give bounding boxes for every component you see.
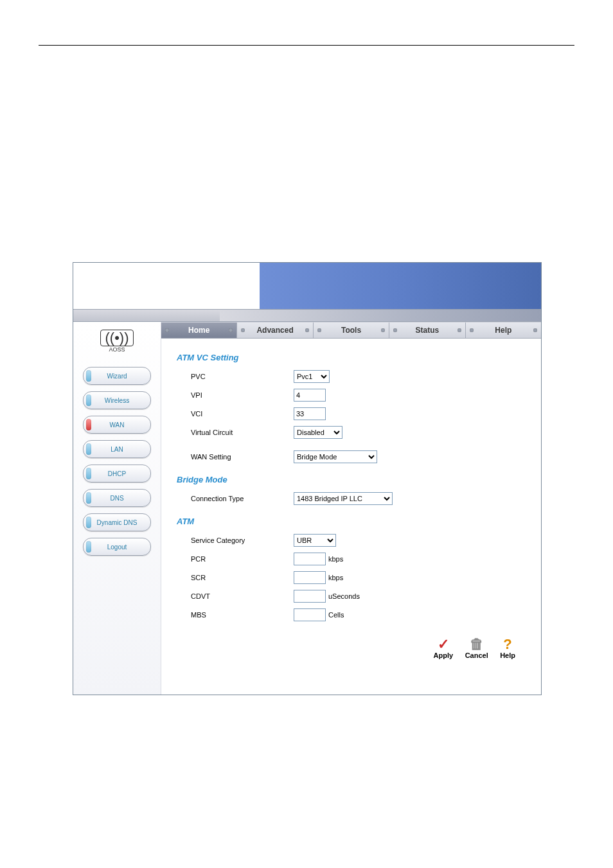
cancel-label: Cancel <box>465 651 488 659</box>
label-pcr: PCR <box>191 555 294 563</box>
select-virtual-circuit[interactable]: Disabled <box>294 426 342 439</box>
sidebar-item-label: Wizard <box>107 373 127 380</box>
help-label: Help <box>500 651 515 659</box>
label-connection-type: Connection Type <box>191 495 294 502</box>
checkmark-icon: ✓ <box>434 637 454 651</box>
sidebar-item-label: Logout <box>107 544 127 551</box>
tabbar: Home Advanced Tools Status Help <box>161 322 541 339</box>
sidebar-item-dhcp[interactable]: DHCP <box>83 465 151 483</box>
unit-pcr: kbps <box>328 555 343 563</box>
section-atm-vc-setting: ATM VC Setting <box>177 353 526 362</box>
sidebar-item-wizard[interactable]: Wizard <box>83 367 151 385</box>
input-cdvt[interactable] <box>294 590 326 603</box>
section-atm: ATM <box>177 517 526 526</box>
select-pvc[interactable]: Pvc1 <box>294 370 330 383</box>
action-bar: ✓ Apply 🗑 Cancel ? Help <box>161 633 541 666</box>
label-vpi: VPI <box>191 391 294 399</box>
apply-label: Apply <box>434 651 454 659</box>
tab-label: Help <box>495 326 511 335</box>
select-connection-type[interactable]: 1483 Bridged IP LLC <box>294 492 393 505</box>
label-pvc: PVC <box>191 373 294 380</box>
label-cdvt: CDVT <box>191 592 294 600</box>
input-scr[interactable] <box>294 571 326 584</box>
tab-label: Home <box>188 326 209 335</box>
router-admin-frame: BUFFALO ((•)) AOSS Wizard Wireless WAN L… <box>73 262 542 695</box>
select-wan-setting[interactable]: Bridge Mode <box>294 450 377 463</box>
input-vpi[interactable] <box>294 389 326 402</box>
cancel-button[interactable]: 🗑 Cancel <box>465 637 488 659</box>
banner-separator <box>73 309 541 322</box>
label-virtual-circuit: Virtual Circuit <box>191 429 294 436</box>
label-vci: VCI <box>191 410 294 418</box>
aoss-icon: ((•)) <box>100 330 133 346</box>
tab-status[interactable]: Status <box>389 323 465 338</box>
sidebar-item-label: Wireless <box>105 397 129 404</box>
unit-scr: kbps <box>328 574 343 581</box>
sidebar-item-label: DHCP <box>108 470 126 477</box>
tab-advanced[interactable]: Advanced <box>237 323 313 338</box>
label-wan-setting: WAN Setting <box>191 453 294 461</box>
apply-button[interactable]: ✓ Apply <box>434 637 454 659</box>
sidebar-item-label: LAN <box>111 446 123 453</box>
banner: BUFFALO <box>73 263 541 309</box>
input-vci[interactable] <box>294 407 326 420</box>
input-mbs[interactable] <box>294 608 326 621</box>
aoss-label: AOSS <box>109 346 125 353</box>
help-button[interactable]: ? Help <box>500 637 515 659</box>
tab-label: Status <box>416 326 440 335</box>
tab-help[interactable]: Help <box>466 323 541 338</box>
tab-tools[interactable]: Tools <box>314 323 389 338</box>
sidebar-item-dynamicdns[interactable]: Dynamic DNS <box>83 513 151 531</box>
sidebar-item-label: Dynamic DNS <box>97 519 138 526</box>
label-scr: SCR <box>191 574 294 581</box>
sidebar-item-label: DNS <box>110 495 123 502</box>
question-icon: ? <box>500 637 515 651</box>
tab-label: Tools <box>341 326 361 335</box>
sidebar-item-logout[interactable]: Logout <box>83 538 151 556</box>
sidebar-item-wan[interactable]: WAN <box>83 416 151 434</box>
content-area: Home Advanced Tools Status Help ATM VC S… <box>161 322 541 695</box>
select-service-category[interactable]: UBR <box>294 534 336 547</box>
tab-home[interactable]: Home <box>161 323 237 338</box>
sidebar-item-dns[interactable]: DNS <box>83 489 151 507</box>
sidebar: ((•)) AOSS Wizard Wireless WAN LAN DHCP … <box>73 322 161 695</box>
sidebar-item-label: WAN <box>110 421 125 429</box>
sidebar-item-lan[interactable]: LAN <box>83 440 151 458</box>
page-rule <box>39 45 574 46</box>
unit-cdvt: uSeconds <box>328 592 360 600</box>
tab-label: Advanced <box>256 326 293 335</box>
sidebar-item-wireless[interactable]: Wireless <box>83 391 151 409</box>
trash-icon: 🗑 <box>465 637 488 651</box>
label-service-category: Service Category <box>191 536 294 544</box>
section-bridge-mode: Bridge Mode <box>177 475 526 484</box>
label-mbs: MBS <box>191 611 294 619</box>
input-pcr[interactable] <box>294 553 326 565</box>
aoss-button[interactable]: ((•)) AOSS <box>73 324 161 360</box>
unit-mbs: Cells <box>328 611 344 619</box>
